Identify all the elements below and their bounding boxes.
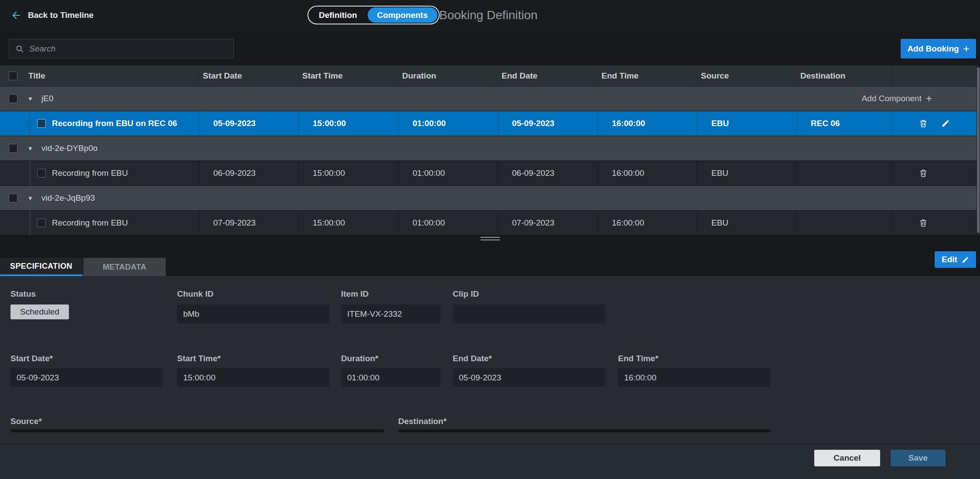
col-end-time[interactable]: End Time <box>598 65 697 86</box>
edit-label: Edit <box>942 255 957 264</box>
row-checkbox[interactable] <box>37 169 46 178</box>
cancel-button[interactable]: Cancel <box>814 450 880 466</box>
add-booking-button[interactable]: Add Booking + <box>901 39 976 58</box>
cell-destination <box>796 161 892 185</box>
page-title: Booking Definition <box>439 0 538 30</box>
footer-bar: Cancel Save <box>0 444 980 479</box>
cell-end-time: 16:00:00 <box>598 211 697 235</box>
save-button[interactable]: Save <box>891 450 946 466</box>
delete-row-button[interactable] <box>919 119 928 128</box>
table-row[interactable]: Recording from EBU on REC 06 05-09-2023 … <box>0 111 980 136</box>
start-date-field[interactable] <box>10 368 163 387</box>
cell-start-date: 05-09-2023 <box>199 111 298 136</box>
table-header: Title Start Date Start Time Duration End… <box>0 65 980 86</box>
search-icon <box>15 44 24 53</box>
col-title[interactable]: Title <box>25 65 199 86</box>
col-duration[interactable]: Duration <box>398 65 498 86</box>
vertical-scrollbar[interactable] <box>977 65 980 236</box>
col-destination[interactable]: Destination <box>796 65 892 86</box>
search-box[interactable] <box>9 39 234 58</box>
trash-icon <box>919 218 928 228</box>
end-time-field[interactable] <box>618 368 771 387</box>
caret-down-icon[interactable]: ▼ <box>27 96 37 102</box>
scrollbar-thumb[interactable] <box>977 67 980 233</box>
cell-source: EBU <box>697 111 796 136</box>
row-title: Recording from EBU <box>52 168 128 178</box>
item-id-field[interactable] <box>341 305 440 323</box>
toggle-definition[interactable]: Definition <box>308 7 368 24</box>
row-title: Recording from EBU <box>52 218 128 228</box>
top-bar: Back to Timeline Definition Components B… <box>0 0 980 30</box>
destination-label: Destination* <box>398 417 447 426</box>
pencil-icon <box>941 119 950 128</box>
clip-id-field[interactable] <box>453 305 605 323</box>
chunk-id-field[interactable] <box>177 305 329 323</box>
select-all-checkbox[interactable] <box>9 72 17 80</box>
row-title: Recording from EBU on REC 06 <box>52 119 177 128</box>
cell-end-time: 16:00:00 <box>598 111 697 136</box>
row-actions <box>892 161 980 185</box>
item-id-label: Item ID <box>341 289 369 299</box>
cell-end-date: 05-09-2023 <box>498 111 598 136</box>
edit-row-button[interactable] <box>941 119 950 128</box>
end-date-label: End Date* <box>453 354 492 363</box>
add-component-label: Add Component <box>862 94 922 103</box>
col-start-time[interactable]: Start Time <box>298 65 398 86</box>
end-time-label: End Time* <box>618 354 659 363</box>
row-checkbox[interactable] <box>37 219 46 227</box>
search-input[interactable] <box>29 44 227 54</box>
back-to-timeline-button[interactable]: Back to Timeline <box>10 0 94 30</box>
col-start-date[interactable]: Start Date <box>199 65 298 86</box>
cell-title: Recording from EBU <box>25 211 199 235</box>
table-row[interactable]: Recording from EBU 07-09-2023 15:00:00 0… <box>0 211 980 236</box>
cell-destination <box>796 211 892 235</box>
status-badge: Scheduled <box>10 305 69 319</box>
source-select[interactable] <box>10 429 384 432</box>
cell-start-time: 15:00:00 <box>298 111 398 136</box>
splitter-handle[interactable] <box>481 237 500 240</box>
group-checkbox[interactable] <box>9 194 17 202</box>
tree-guide <box>30 161 31 185</box>
group-row[interactable]: ▼ vid-2e-JqBp93 <box>0 186 980 211</box>
clip-id-label: Clip ID <box>453 289 479 299</box>
start-date-label: Start Date* <box>10 354 53 363</box>
row-checkbox[interactable] <box>37 119 46 128</box>
group-name: vid-2e-JqBp93 <box>41 193 95 203</box>
end-date-field[interactable] <box>453 368 605 387</box>
add-component-button[interactable]: Add Component + <box>862 93 932 104</box>
cell-start-date: 07-09-2023 <box>199 211 298 235</box>
col-end-date[interactable]: End Date <box>498 65 598 86</box>
group-name: vid-2e-DYBp0o <box>41 144 98 153</box>
cell-duration: 01:00:00 <box>398 111 498 136</box>
col-source[interactable]: Source <box>697 65 796 86</box>
caret-down-icon[interactable]: ▼ <box>27 145 37 152</box>
group-name: jE0 <box>41 94 53 103</box>
cell-start-date: 06-09-2023 <box>199 161 298 185</box>
tree-guide <box>30 211 31 235</box>
group-row[interactable]: ▼ vid-2e-DYBp0o <box>0 136 980 161</box>
tab-specification[interactable]: SPECIFICATION <box>0 258 82 276</box>
delete-row-button[interactable] <box>919 218 928 228</box>
tab-metadata[interactable]: METADATA <box>83 258 166 276</box>
delete-row-button[interactable] <box>919 168 928 178</box>
panel-tabs: SPECIFICATION METADATA <box>0 258 166 276</box>
duration-field[interactable] <box>341 368 440 387</box>
specification-panel: Status Chunk ID Item ID Clip ID Schedule… <box>0 276 980 444</box>
panel-header-bar: SPECIFICATION METADATA Edit <box>0 236 980 276</box>
cell-end-time: 16:00:00 <box>598 161 697 185</box>
row-actions <box>892 111 980 136</box>
table-row[interactable]: Recording from EBU 06-09-2023 15:00:00 0… <box>0 161 980 186</box>
caret-down-icon[interactable]: ▼ <box>27 195 37 202</box>
toggle-components[interactable]: Components <box>368 7 437 23</box>
group-checkbox[interactable] <box>9 144 17 153</box>
add-booking-label: Add Booking <box>907 44 959 54</box>
start-time-field[interactable] <box>177 368 329 387</box>
start-time-label: Start Time* <box>177 354 221 363</box>
cell-end-date: 06-09-2023 <box>498 161 598 185</box>
destination-select[interactable] <box>398 429 771 432</box>
group-row[interactable]: ▼ jE0 Add Component + <box>0 86 980 111</box>
cell-start-time: 15:00:00 <box>298 161 398 185</box>
group-checkbox[interactable] <box>9 94 17 103</box>
pencil-icon <box>962 256 969 263</box>
edit-button[interactable]: Edit <box>935 251 976 268</box>
